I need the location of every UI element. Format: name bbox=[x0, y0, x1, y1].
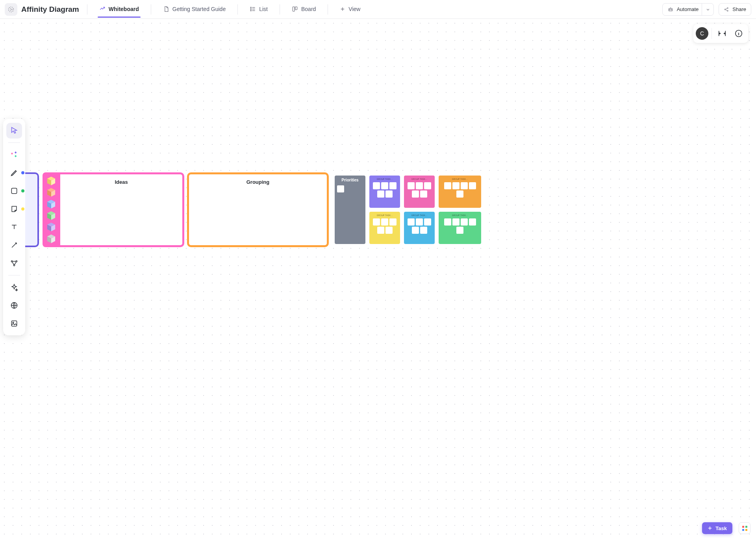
info-button[interactable] bbox=[732, 26, 746, 41]
card-slot[interactable] bbox=[377, 227, 384, 234]
card-slot[interactable] bbox=[373, 218, 380, 226]
group-card[interactable]: GROUP TASK... bbox=[369, 212, 400, 244]
svg-point-0 bbox=[10, 8, 12, 10]
sparkle-tool[interactable] bbox=[6, 279, 22, 295]
card-slot[interactable] bbox=[452, 182, 460, 189]
group-card[interactable]: GROUP TASK... bbox=[369, 176, 400, 208]
fit-to-screen-button[interactable] bbox=[715, 26, 729, 41]
cube-icon bbox=[46, 199, 56, 209]
tab-label: View bbox=[348, 6, 360, 12]
plus-icon bbox=[340, 6, 345, 12]
automate-button[interactable]: Automate bbox=[662, 3, 714, 16]
card-slot[interactable] bbox=[424, 218, 431, 226]
cube-icon bbox=[46, 176, 56, 186]
card-slot[interactable] bbox=[456, 190, 463, 198]
pen-tool[interactable] bbox=[6, 165, 22, 181]
grouping-frame[interactable]: Grouping bbox=[187, 172, 329, 247]
grouping-title: Grouping bbox=[189, 179, 327, 185]
group-card[interactable]: GROUP TASK... bbox=[439, 212, 481, 244]
card-slot[interactable] bbox=[461, 182, 468, 189]
divider bbox=[280, 4, 280, 15]
frame-edge[interactable] bbox=[25, 172, 39, 247]
network-tool[interactable] bbox=[6, 255, 22, 271]
group-label: GROUP TASK... bbox=[371, 214, 398, 216]
network-icon bbox=[10, 259, 18, 267]
pen-icon bbox=[10, 168, 19, 177]
card-slot[interactable] bbox=[389, 182, 397, 189]
apps-button[interactable] bbox=[739, 522, 750, 534]
card-slot[interactable] bbox=[412, 190, 419, 198]
priority-slot[interactable] bbox=[337, 185, 344, 192]
cursor-icon bbox=[10, 126, 19, 135]
image-icon bbox=[10, 320, 18, 327]
card-slot[interactable] bbox=[469, 182, 476, 189]
group-card[interactable]: GROUP TASK... bbox=[439, 176, 481, 208]
connector-tool[interactable] bbox=[6, 237, 22, 253]
groups-frame[interactable]: GROUP TASK... GROUP TASK... GROUP TASK..… bbox=[332, 172, 473, 247]
card-slot[interactable] bbox=[389, 218, 397, 226]
card-slot[interactable] bbox=[385, 227, 393, 234]
card-slot[interactable] bbox=[452, 218, 460, 226]
web-tool[interactable] bbox=[6, 298, 22, 313]
text-tool[interactable] bbox=[6, 219, 22, 235]
image-tool[interactable] bbox=[6, 316, 22, 331]
tab-board[interactable]: Board bbox=[288, 1, 320, 17]
card-slot[interactable] bbox=[456, 227, 463, 234]
workspace-icon[interactable] bbox=[5, 3, 17, 16]
board-icon bbox=[292, 6, 298, 12]
doc-icon bbox=[163, 6, 169, 12]
avatar[interactable]: C bbox=[696, 27, 708, 40]
card-slot[interactable] bbox=[420, 190, 427, 198]
info-icon bbox=[734, 29, 743, 38]
cube-icon bbox=[46, 211, 56, 220]
card-slot[interactable] bbox=[444, 218, 451, 226]
tab-list[interactable]: List bbox=[246, 1, 272, 17]
shape-tool[interactable] bbox=[6, 183, 22, 199]
automate-caret[interactable] bbox=[702, 4, 713, 15]
tab-getting-started[interactable]: Getting Started Guide bbox=[159, 1, 230, 17]
card-slot[interactable] bbox=[381, 182, 388, 189]
card-slot[interactable] bbox=[444, 182, 451, 189]
svg-point-4 bbox=[250, 10, 251, 11]
svg-rect-19 bbox=[11, 321, 17, 326]
card-slot[interactable] bbox=[373, 182, 380, 189]
card-slot[interactable] bbox=[420, 227, 427, 234]
connector-icon bbox=[10, 241, 18, 249]
color-indicator bbox=[21, 189, 24, 192]
card-slot[interactable] bbox=[385, 190, 393, 198]
priorities-panel[interactable]: Priorities bbox=[335, 176, 365, 244]
card-slot[interactable] bbox=[424, 182, 431, 189]
card-slot[interactable] bbox=[408, 182, 415, 189]
tab-label: Whiteboard bbox=[109, 6, 139, 12]
divider bbox=[712, 28, 712, 39]
new-task-button[interactable]: Task bbox=[702, 522, 732, 534]
select-tool[interactable] bbox=[6, 123, 22, 139]
ideas-frame[interactable]: Ideas bbox=[58, 172, 184, 247]
card-slot[interactable] bbox=[469, 218, 476, 226]
fit-width-icon bbox=[718, 29, 726, 38]
tab-label: Board bbox=[301, 6, 316, 12]
color-legend[interactable] bbox=[43, 172, 58, 247]
ai-tool[interactable] bbox=[6, 147, 22, 163]
card-slot[interactable] bbox=[412, 227, 419, 234]
divider bbox=[237, 4, 238, 15]
svg-point-16 bbox=[16, 261, 17, 262]
add-view[interactable]: View bbox=[336, 1, 364, 17]
whiteboard-canvas[interactable]: C bbox=[0, 19, 756, 538]
card-slot[interactable] bbox=[461, 218, 468, 226]
share-button[interactable]: Share bbox=[719, 3, 751, 16]
header-bar: Affinity Diagram Whiteboard Getting Star… bbox=[0, 0, 756, 19]
card-slot[interactable] bbox=[377, 190, 384, 198]
card-slot[interactable] bbox=[408, 218, 415, 226]
svg-point-10 bbox=[725, 9, 726, 10]
card-slot[interactable] bbox=[416, 218, 423, 226]
sticky-note-tool[interactable] bbox=[6, 201, 22, 217]
tab-label: Getting Started Guide bbox=[172, 6, 226, 12]
tab-whiteboard[interactable]: Whiteboard bbox=[95, 1, 143, 17]
group-card[interactable]: GROUP TASK... bbox=[404, 176, 435, 208]
group-card[interactable]: GROUP TASK... bbox=[404, 212, 435, 244]
card-slot[interactable] bbox=[381, 218, 388, 226]
apps-icon bbox=[742, 526, 747, 531]
card-slot[interactable] bbox=[416, 182, 423, 189]
divider bbox=[8, 275, 20, 275]
